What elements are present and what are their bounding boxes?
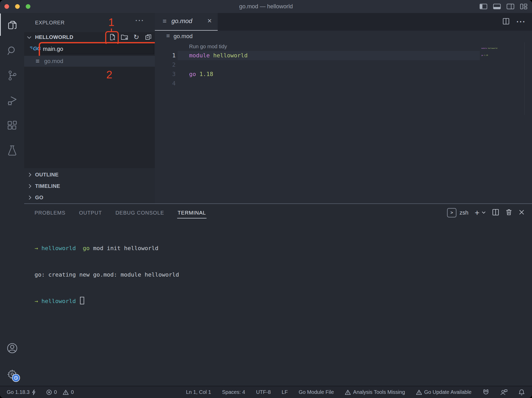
error-circle-icon: [46, 389, 52, 395]
settings-button[interactable]: [6, 368, 18, 380]
section-label: OUTLINE: [35, 172, 59, 178]
octocat-icon[interactable]: [482, 389, 489, 396]
terminal-line: go: creating new go.mod: module hellowor…: [35, 270, 179, 279]
refresh-icon[interactable]: ↻: [132, 33, 140, 41]
line-number: 2: [155, 60, 176, 70]
terminal-output[interactable]: → helloworld go mod init helloworld go: …: [35, 226, 179, 323]
project-name: HELLOWORLD: [35, 34, 73, 40]
terminal-chip-icon[interactable]: >: [447, 208, 456, 217]
status-go-version[interactable]: Go 1.18.3: [7, 389, 36, 395]
status-indentation[interactable]: Spaces: 4: [222, 389, 245, 395]
status-problems[interactable]: 0 0: [46, 389, 74, 395]
tab-debug-console[interactable]: DEBUG CONSOLE: [115, 204, 164, 222]
annotation-step1-pointer: [111, 29, 112, 32]
code-line-4[interactable]: 4: [155, 79, 532, 88]
tab-problems[interactable]: PROBLEMS: [35, 204, 65, 222]
code-line-3[interactable]: 3 go 1.18: [155, 70, 532, 79]
window-title: go.mod — helloworld: [0, 0, 532, 13]
split-terminal-icon[interactable]: [492, 209, 499, 217]
code-line-2[interactable]: 2: [155, 60, 532, 70]
terminal-cursor: [80, 297, 84, 304]
tab-terminal[interactable]: TERMINAL: [178, 204, 206, 222]
explorer-sidebar: EXPLORER ··· HELLOWORLD ↻ 1 GO: [24, 13, 155, 204]
explorer-more-actions-icon[interactable]: ···: [135, 17, 144, 25]
kill-terminal-trash-icon[interactable]: [506, 209, 512, 217]
section-label: TIMELINE: [35, 183, 60, 189]
minimap[interactable]: module helloworld go 1.18: [481, 42, 497, 61]
bolt-icon: [32, 389, 36, 395]
account-person-icon: [6, 342, 18, 354]
line-number: 4: [155, 79, 176, 88]
layout-sidebar-right-icon[interactable]: [507, 3, 514, 10]
section-go[interactable]: GO: [24, 192, 155, 203]
file-tree: HELLOWORLD ↻ 1 GO ≡ go.mod: [24, 32, 155, 168]
sidebar-item-testing[interactable]: [6, 144, 18, 157]
warning-triangle-icon: [345, 389, 351, 395]
codelens-run-go-mod-tidy[interactable]: Run go mod tidy: [189, 44, 227, 50]
activity-bar: [0, 13, 24, 386]
bell-icon[interactable]: [518, 389, 525, 396]
annotation-step2: 2: [106, 68, 112, 81]
line-number: 1: [155, 51, 176, 60]
file-icon: ≡: [163, 17, 167, 25]
split-editor-icon[interactable]: [502, 18, 510, 26]
chevron-down-icon[interactable]: [482, 210, 486, 215]
warning-triangle-icon: [63, 389, 69, 395]
sidebar-item-extensions[interactable]: [6, 119, 18, 132]
file-row-gomod[interactable]: ≡ go.mod: [24, 56, 155, 67]
editor-more-actions-icon[interactable]: ···: [516, 17, 526, 26]
chevron-right-icon: [27, 196, 31, 200]
layout-customize-icon[interactable]: [520, 3, 527, 10]
run-debug-icon: [7, 95, 18, 106]
terminal-line: → helloworld: [35, 297, 179, 306]
code-line-1[interactable]: 1 module helloworld: [155, 51, 532, 60]
file-name: go.mod: [44, 58, 63, 65]
warning-triangle-icon: [416, 389, 422, 395]
tab-close-icon[interactable]: ✕: [207, 18, 212, 24]
tab-bar: ≡ go.mod ✕ ···: [155, 13, 532, 31]
status-bar: Go 1.18.3 0 0 Ln 1, Col 1 Spaces: 4 UTF-…: [0, 386, 532, 398]
section-label: GO: [35, 195, 43, 201]
titlebar: go.mod — helloworld: [0, 0, 532, 13]
sidebar-item-run-debug[interactable]: [6, 94, 18, 107]
status-encoding[interactable]: UTF-8: [256, 389, 271, 395]
tab-output[interactable]: OUTPUT: [79, 204, 102, 222]
layout-sidebar-left-icon[interactable]: [480, 3, 487, 10]
status-cursor-position[interactable]: Ln 1, Col 1: [186, 389, 211, 395]
line-number: 3: [155, 70, 176, 79]
new-file-name-input[interactable]: [41, 44, 154, 54]
chevron-down-icon: [27, 35, 31, 39]
sidebar-item-explorer[interactable]: [6, 20, 18, 32]
section-timeline[interactable]: TIMELINE: [24, 181, 155, 192]
active-view-indicator: [0, 13, 1, 36]
layout-panel-icon[interactable]: [493, 3, 501, 10]
tab-gomod[interactable]: ≡ go.mod ✕: [155, 13, 218, 31]
shell-name[interactable]: zsh: [460, 209, 468, 216]
status-analysis-tools[interactable]: Analysis Tools Missing: [345, 389, 405, 395]
status-go-update[interactable]: Go Update Available: [416, 389, 471, 395]
status-language-mode[interactable]: Go Module File: [299, 389, 334, 395]
terminal-line: → helloworld go mod init helloworld: [35, 244, 179, 253]
new-terminal-icon[interactable]: +: [475, 208, 480, 218]
search-icon: [7, 45, 18, 56]
sidebar-item-source-control[interactable]: [6, 70, 18, 82]
chevron-right-icon: [27, 184, 31, 188]
feedback-icon[interactable]: [500, 389, 508, 396]
files-icon: [7, 20, 17, 32]
collapse-all-icon[interactable]: [144, 33, 152, 41]
close-panel-icon[interactable]: [518, 209, 525, 216]
new-folder-icon[interactable]: [121, 33, 128, 41]
clock-update-badge: [12, 374, 20, 382]
file-icon: ≡: [36, 57, 39, 65]
section-outline[interactable]: OUTLINE: [24, 169, 155, 181]
account-button[interactable]: [6, 342, 18, 354]
sidebar-item-search[interactable]: [6, 45, 18, 57]
bottom-panel: PROBLEMS OUTPUT DEBUG CONSOLE TERMINAL >…: [24, 203, 532, 386]
extensions-icon: [7, 120, 18, 131]
project-root-row[interactable]: HELLOWORLD ↻ 1: [24, 32, 155, 42]
breadcrumb[interactable]: ≡ go.mod: [155, 31, 532, 43]
breadcrumb-file: go.mod: [174, 33, 192, 40]
status-eol[interactable]: LF: [282, 389, 288, 395]
source-control-icon: [7, 70, 17, 81]
minimap-slider[interactable]: [524, 42, 525, 115]
